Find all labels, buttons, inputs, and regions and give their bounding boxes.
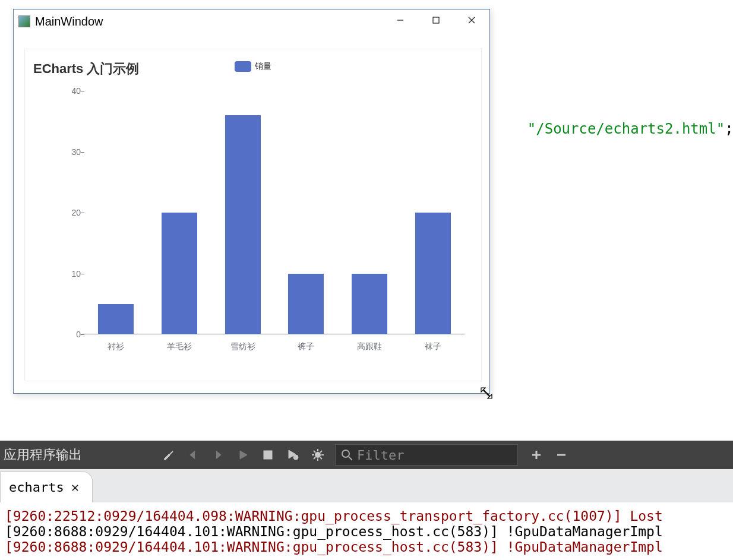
x-axis-line xyxy=(84,334,465,334)
clear-output-button[interactable] xyxy=(156,441,181,469)
settings-button[interactable] xyxy=(305,441,330,469)
chevron-left-icon xyxy=(188,450,198,460)
play-bug-icon xyxy=(286,448,299,461)
bar[interactable] xyxy=(288,274,324,335)
zoom-in-button[interactable] xyxy=(524,441,549,469)
y-tick xyxy=(81,213,84,213)
bar[interactable] xyxy=(225,115,261,334)
code-fragment: "/Source/echarts2.html"; xyxy=(493,104,733,154)
titlebar[interactable]: MainWindow xyxy=(14,10,489,33)
prev-output-button[interactable] xyxy=(181,441,206,469)
x-tick-label: 羊毛衫 xyxy=(156,341,203,352)
chevron-right-icon xyxy=(213,450,223,460)
app-icon xyxy=(18,15,30,27)
filter-input[interactable] xyxy=(356,447,513,463)
run-button[interactable] xyxy=(230,441,255,469)
y-tick xyxy=(81,274,84,274)
stop-icon xyxy=(262,449,274,461)
svg-rect-1 xyxy=(433,17,439,23)
log-line: [9260:8688:0929/164404.101:WARNING:gpu_p… xyxy=(5,539,728,555)
close-button[interactable] xyxy=(454,10,489,31)
y-tick xyxy=(81,334,84,335)
y-tick-label: 30 xyxy=(65,147,81,157)
minus-icon xyxy=(555,449,567,461)
main-window: MainWindow ECharts 入门示例 销量 010203040衬衫羊毛… xyxy=(13,9,490,394)
svg-line-15 xyxy=(320,451,322,453)
minimize-button[interactable] xyxy=(383,10,418,31)
zoom-out-button[interactable] xyxy=(549,441,574,469)
y-tick-label: 20 xyxy=(65,208,81,217)
output-tabs: echarts ✕ xyxy=(0,469,733,502)
y-tick-label: 10 xyxy=(65,269,81,279)
code-semicolon: ; xyxy=(725,121,733,137)
x-tick-label: 雪纺衫 xyxy=(219,341,267,352)
svg-point-16 xyxy=(342,450,349,457)
output-tab-label: echarts xyxy=(9,480,64,495)
x-tick-label: 衬衫 xyxy=(92,341,140,352)
resize-cursor-icon xyxy=(479,386,494,400)
y-tick-label: 0 xyxy=(65,330,81,339)
stop-button[interactable] xyxy=(255,441,280,469)
maximize-button[interactable] xyxy=(418,10,454,31)
legend-swatch-icon xyxy=(235,61,251,72)
y-tick xyxy=(81,152,84,153)
code-string-literal: "/Source/echarts2.html" xyxy=(527,121,725,137)
output-tab-echarts[interactable]: echarts ✕ xyxy=(0,472,93,502)
svg-line-12 xyxy=(314,451,315,453)
search-icon xyxy=(340,448,352,461)
svg-line-4 xyxy=(169,451,173,455)
svg-line-13 xyxy=(320,457,322,459)
next-output-button[interactable] xyxy=(206,441,230,469)
window-controls xyxy=(383,10,489,31)
window-title: MainWindow xyxy=(35,15,103,29)
close-tab-icon[interactable]: ✕ xyxy=(71,480,79,495)
y-tick-label: 40 xyxy=(65,86,81,96)
broom-icon xyxy=(162,448,175,461)
run-debug-button[interactable] xyxy=(280,441,305,469)
svg-line-14 xyxy=(314,457,315,459)
gear-icon xyxy=(311,448,324,461)
output-toolbar: 应用程序输出 xyxy=(0,441,733,469)
filter-box[interactable] xyxy=(335,444,518,466)
svg-rect-5 xyxy=(264,451,272,459)
chart-plot: 010203040衬衫羊毛衫雪纺衫裤子高跟鞋袜子 xyxy=(84,91,465,334)
output-log[interactable]: [9260:22512:0929/164404.098:WARNING:gpu_… xyxy=(0,502,733,560)
chart-legend[interactable]: 销量 xyxy=(235,61,271,72)
y-tick xyxy=(81,91,84,91)
x-tick-label: 袜子 xyxy=(409,341,457,352)
bar[interactable] xyxy=(98,304,134,334)
log-line: [9260:22512:0929/164404.098:WARNING:gpu_… xyxy=(5,508,728,524)
bar[interactable] xyxy=(162,213,197,334)
play-icon xyxy=(237,449,249,461)
svg-line-17 xyxy=(349,457,352,460)
output-title: 应用程序输出 xyxy=(2,446,156,464)
x-tick-label: 高跟鞋 xyxy=(346,341,393,352)
chart-container: ECharts 入门示例 销量 010203040衬衫羊毛衫雪纺衫裤子高跟鞋袜子 xyxy=(24,49,482,381)
x-tick-label: 裤子 xyxy=(282,341,330,352)
plus-icon xyxy=(530,449,542,461)
bar[interactable] xyxy=(352,274,387,335)
bar[interactable] xyxy=(415,213,451,334)
log-line: [9260:8688:0929/164404.101:WARNING:gpu_p… xyxy=(5,524,728,539)
legend-label: 销量 xyxy=(255,61,271,72)
svg-point-6 xyxy=(293,455,298,460)
svg-point-7 xyxy=(315,453,320,457)
